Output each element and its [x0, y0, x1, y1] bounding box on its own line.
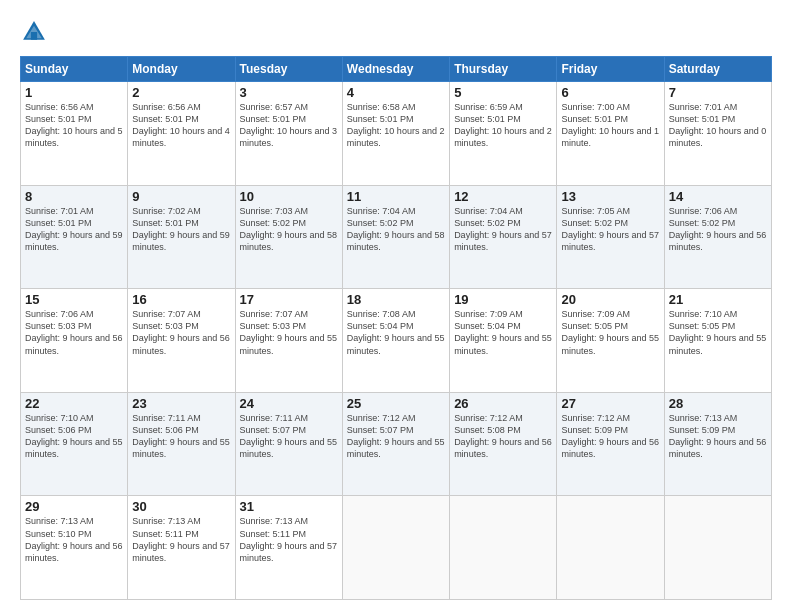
day-info: Sunrise: 7:12 AMSunset: 5:08 PMDaylight:… [454, 413, 552, 459]
day-number: 22 [25, 396, 123, 411]
day-info: Sunrise: 7:13 AMSunset: 5:10 PMDaylight:… [25, 516, 123, 562]
day-info: Sunrise: 7:04 AMSunset: 5:02 PMDaylight:… [454, 206, 552, 252]
calendar-day-cell: 29Sunrise: 7:13 AMSunset: 5:10 PMDayligh… [21, 496, 128, 600]
day-number: 4 [347, 85, 445, 100]
day-number: 9 [132, 189, 230, 204]
calendar-day-cell: 17Sunrise: 7:07 AMSunset: 5:03 PMDayligh… [235, 289, 342, 393]
day-number: 23 [132, 396, 230, 411]
day-info: Sunrise: 7:11 AMSunset: 5:06 PMDaylight:… [132, 413, 230, 459]
day-number: 7 [669, 85, 767, 100]
day-number: 1 [25, 85, 123, 100]
day-info: Sunrise: 6:58 AMSunset: 5:01 PMDaylight:… [347, 102, 445, 148]
day-number: 8 [25, 189, 123, 204]
svg-rect-2 [31, 32, 37, 40]
day-of-week-header: Saturday [664, 57, 771, 82]
day-number: 21 [669, 292, 767, 307]
calendar-day-cell: 2Sunrise: 6:56 AMSunset: 5:01 PMDaylight… [128, 82, 235, 186]
day-number: 14 [669, 189, 767, 204]
day-info: Sunrise: 7:08 AMSunset: 5:04 PMDaylight:… [347, 309, 445, 355]
day-info: Sunrise: 6:59 AMSunset: 5:01 PMDaylight:… [454, 102, 552, 148]
day-of-week-header: Sunday [21, 57, 128, 82]
day-number: 16 [132, 292, 230, 307]
calendar-week-row: 8Sunrise: 7:01 AMSunset: 5:01 PMDaylight… [21, 185, 772, 289]
calendar-day-cell: 18Sunrise: 7:08 AMSunset: 5:04 PMDayligh… [342, 289, 449, 393]
day-info: Sunrise: 7:01 AMSunset: 5:01 PMDaylight:… [669, 102, 767, 148]
calendar-day-cell: 16Sunrise: 7:07 AMSunset: 5:03 PMDayligh… [128, 289, 235, 393]
day-number: 18 [347, 292, 445, 307]
calendar-day-cell: 25Sunrise: 7:12 AMSunset: 5:07 PMDayligh… [342, 392, 449, 496]
day-number: 31 [240, 499, 338, 514]
calendar-day-cell: 27Sunrise: 7:12 AMSunset: 5:09 PMDayligh… [557, 392, 664, 496]
calendar-day-cell: 13Sunrise: 7:05 AMSunset: 5:02 PMDayligh… [557, 185, 664, 289]
calendar-day-cell: 30Sunrise: 7:13 AMSunset: 5:11 PMDayligh… [128, 496, 235, 600]
day-info: Sunrise: 6:56 AMSunset: 5:01 PMDaylight:… [25, 102, 123, 148]
calendar-day-cell: 4Sunrise: 6:58 AMSunset: 5:01 PMDaylight… [342, 82, 449, 186]
day-info: Sunrise: 7:07 AMSunset: 5:03 PMDaylight:… [132, 309, 230, 355]
calendar-day-cell: 19Sunrise: 7:09 AMSunset: 5:04 PMDayligh… [450, 289, 557, 393]
calendar-day-cell: 12Sunrise: 7:04 AMSunset: 5:02 PMDayligh… [450, 185, 557, 289]
day-number: 11 [347, 189, 445, 204]
day-of-week-header: Tuesday [235, 57, 342, 82]
header [20, 18, 772, 46]
calendar-day-cell: 3Sunrise: 6:57 AMSunset: 5:01 PMDaylight… [235, 82, 342, 186]
day-number: 30 [132, 499, 230, 514]
calendar-day-cell: 10Sunrise: 7:03 AMSunset: 5:02 PMDayligh… [235, 185, 342, 289]
day-info: Sunrise: 7:06 AMSunset: 5:02 PMDaylight:… [669, 206, 767, 252]
day-of-week-header: Thursday [450, 57, 557, 82]
day-number: 15 [25, 292, 123, 307]
day-number: 5 [454, 85, 552, 100]
day-number: 12 [454, 189, 552, 204]
day-number: 26 [454, 396, 552, 411]
day-number: 6 [561, 85, 659, 100]
day-number: 28 [669, 396, 767, 411]
calendar-day-cell [557, 496, 664, 600]
calendar-day-cell: 31Sunrise: 7:13 AMSunset: 5:11 PMDayligh… [235, 496, 342, 600]
day-number: 20 [561, 292, 659, 307]
calendar-day-cell: 14Sunrise: 7:06 AMSunset: 5:02 PMDayligh… [664, 185, 771, 289]
calendar-day-cell: 26Sunrise: 7:12 AMSunset: 5:08 PMDayligh… [450, 392, 557, 496]
day-info: Sunrise: 6:56 AMSunset: 5:01 PMDaylight:… [132, 102, 230, 148]
calendar-week-row: 22Sunrise: 7:10 AMSunset: 5:06 PMDayligh… [21, 392, 772, 496]
calendar-week-row: 15Sunrise: 7:06 AMSunset: 5:03 PMDayligh… [21, 289, 772, 393]
calendar-day-cell: 24Sunrise: 7:11 AMSunset: 5:07 PMDayligh… [235, 392, 342, 496]
calendar-day-cell: 23Sunrise: 7:11 AMSunset: 5:06 PMDayligh… [128, 392, 235, 496]
calendar-header-row: SundayMondayTuesdayWednesdayThursdayFrid… [21, 57, 772, 82]
calendar-day-cell: 21Sunrise: 7:10 AMSunset: 5:05 PMDayligh… [664, 289, 771, 393]
day-info: Sunrise: 6:57 AMSunset: 5:01 PMDaylight:… [240, 102, 338, 148]
calendar-day-cell: 20Sunrise: 7:09 AMSunset: 5:05 PMDayligh… [557, 289, 664, 393]
calendar-day-cell: 15Sunrise: 7:06 AMSunset: 5:03 PMDayligh… [21, 289, 128, 393]
day-info: Sunrise: 7:02 AMSunset: 5:01 PMDaylight:… [132, 206, 230, 252]
calendar-day-cell [342, 496, 449, 600]
logo [20, 18, 52, 46]
day-of-week-header: Monday [128, 57, 235, 82]
day-number: 19 [454, 292, 552, 307]
day-info: Sunrise: 7:04 AMSunset: 5:02 PMDaylight:… [347, 206, 445, 252]
day-info: Sunrise: 7:06 AMSunset: 5:03 PMDaylight:… [25, 309, 123, 355]
day-of-week-header: Friday [557, 57, 664, 82]
calendar-table: SundayMondayTuesdayWednesdayThursdayFrid… [20, 56, 772, 600]
day-info: Sunrise: 7:09 AMSunset: 5:05 PMDaylight:… [561, 309, 659, 355]
calendar-week-row: 29Sunrise: 7:13 AMSunset: 5:10 PMDayligh… [21, 496, 772, 600]
calendar-day-cell [450, 496, 557, 600]
day-info: Sunrise: 7:03 AMSunset: 5:02 PMDaylight:… [240, 206, 338, 252]
day-number: 17 [240, 292, 338, 307]
day-info: Sunrise: 7:11 AMSunset: 5:07 PMDaylight:… [240, 413, 338, 459]
day-number: 10 [240, 189, 338, 204]
calendar-day-cell: 28Sunrise: 7:13 AMSunset: 5:09 PMDayligh… [664, 392, 771, 496]
day-number: 3 [240, 85, 338, 100]
day-info: Sunrise: 7:12 AMSunset: 5:09 PMDaylight:… [561, 413, 659, 459]
day-info: Sunrise: 7:13 AMSunset: 5:11 PMDaylight:… [132, 516, 230, 562]
day-number: 2 [132, 85, 230, 100]
day-info: Sunrise: 7:12 AMSunset: 5:07 PMDaylight:… [347, 413, 445, 459]
calendar-week-row: 1Sunrise: 6:56 AMSunset: 5:01 PMDaylight… [21, 82, 772, 186]
calendar-day-cell: 8Sunrise: 7:01 AMSunset: 5:01 PMDaylight… [21, 185, 128, 289]
day-info: Sunrise: 7:07 AMSunset: 5:03 PMDaylight:… [240, 309, 338, 355]
calendar-day-cell: 6Sunrise: 7:00 AMSunset: 5:01 PMDaylight… [557, 82, 664, 186]
calendar-day-cell: 5Sunrise: 6:59 AMSunset: 5:01 PMDaylight… [450, 82, 557, 186]
calendar-day-cell: 22Sunrise: 7:10 AMSunset: 5:06 PMDayligh… [21, 392, 128, 496]
day-info: Sunrise: 7:10 AMSunset: 5:06 PMDaylight:… [25, 413, 123, 459]
day-number: 27 [561, 396, 659, 411]
day-number: 24 [240, 396, 338, 411]
day-number: 25 [347, 396, 445, 411]
day-info: Sunrise: 7:05 AMSunset: 5:02 PMDaylight:… [561, 206, 659, 252]
